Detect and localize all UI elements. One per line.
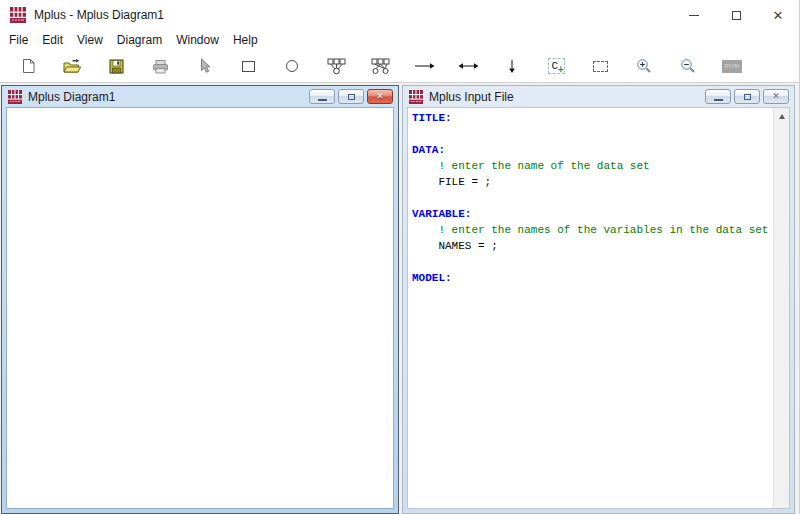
input-file-window-title: Mplus Input File [429, 90, 702, 104]
dashed-rect-shape [593, 61, 608, 72]
chevron-up-icon [779, 114, 785, 119]
restore-icon [348, 94, 355, 100]
main-titlebar: Mplus - Mplus Diagram1 ✕ [0, 0, 799, 30]
diagram-window: Mplus Diagram1 ✕ [1, 85, 399, 514]
vertical-scrollbar[interactable] [773, 108, 789, 508]
restore-icon [744, 94, 751, 100]
selection-rect-icon[interactable] [586, 61, 614, 72]
ellipse-tool-icon[interactable] [278, 60, 306, 72]
close-icon: ✕ [772, 92, 780, 101]
save-icon[interactable] [102, 59, 130, 74]
editor-line [412, 254, 769, 270]
window-controls: ✕ [673, 0, 799, 30]
menu-edit[interactable]: Edit [35, 31, 70, 49]
maximize-icon [732, 11, 741, 20]
diagram-canvas[interactable] [6, 107, 394, 509]
new-file-icon[interactable] [14, 58, 42, 74]
input-minimize-button[interactable] [705, 89, 731, 104]
input-restore-button[interactable] [734, 89, 760, 104]
input-file-window: Mplus Input File ✕ TITLE: DATA: ! enter … [402, 85, 795, 514]
diagram-window-title: Mplus Diagram1 [28, 90, 306, 104]
plus-glyph: + [558, 64, 564, 75]
menubar: File Edit View Diagram Window Help [0, 30, 799, 50]
editor-line [412, 126, 769, 142]
menu-help[interactable]: Help [226, 31, 265, 49]
editor-line: DATA: [412, 142, 769, 158]
menu-diagram[interactable]: Diagram [110, 31, 169, 49]
maximize-button[interactable] [715, 0, 757, 30]
input-file-window-controls: ✕ [702, 89, 789, 104]
short-arrow-icon[interactable] [498, 59, 526, 74]
diagram-restore-button[interactable] [338, 89, 364, 104]
two-way-arrow-icon[interactable] [454, 62, 482, 70]
close-button[interactable]: ✕ [757, 0, 799, 30]
input-close-button[interactable]: ✕ [763, 89, 789, 104]
one-way-arrow-icon[interactable] [410, 62, 438, 70]
minimize-icon [714, 99, 723, 101]
mplus-doc-icon [8, 90, 22, 104]
minimize-icon [318, 99, 327, 101]
zoom-out-icon[interactable] [674, 58, 702, 74]
mplus-application-window: Mplus - Mplus Diagram1 ✕ File Edit View … [0, 0, 800, 514]
mplus-app-icon [10, 7, 26, 23]
mdi-client-area: Mplus Diagram1 ✕ Mplus Input File ✕ [0, 83, 799, 514]
rectangle-tool-icon[interactable] [234, 61, 262, 72]
diagram-close-button[interactable]: ✕ [367, 89, 393, 104]
mplus-doc-icon [409, 90, 423, 104]
editor-line: FILE = ; [412, 174, 769, 190]
input-file-body: TITLE: DATA: ! enter the name of the dat… [407, 107, 790, 509]
editor-line: NAMES = ; [412, 238, 769, 254]
run-button: RUN [718, 60, 746, 73]
menu-file[interactable]: File [2, 31, 35, 49]
print-icon [146, 59, 174, 74]
open-file-icon[interactable] [58, 58, 86, 74]
minimize-button[interactable] [673, 0, 715, 30]
editor-line: VARIABLE: [412, 206, 769, 222]
input-file-editor[interactable]: TITLE: DATA: ! enter the name of the dat… [408, 108, 789, 508]
menu-window[interactable]: Window [169, 31, 226, 49]
run-label: RUN [722, 60, 742, 73]
close-icon: ✕ [773, 9, 784, 22]
measurement-model-crossed-icon[interactable] [366, 58, 394, 75]
input-file-window-titlebar[interactable]: Mplus Input File ✕ [407, 86, 790, 107]
editor-line [412, 190, 769, 206]
menu-view[interactable]: View [70, 31, 110, 49]
editor-line: MODEL: [412, 270, 769, 286]
toolbar: C + RUN [0, 50, 799, 83]
diagram-window-controls: ✕ [306, 89, 393, 104]
measurement-model-icon[interactable] [322, 58, 350, 75]
rectangle-shape [242, 61, 255, 72]
covariate-box: C + [548, 58, 565, 74]
editor-line: ! enter the names of the variables in th… [412, 222, 769, 238]
editor-line: TITLE: [412, 110, 769, 126]
zoom-in-icon[interactable] [630, 58, 658, 74]
covariate-add-icon[interactable]: C + [542, 58, 570, 74]
scroll-up-button[interactable] [774, 108, 789, 124]
circle-shape [286, 60, 298, 72]
close-icon: ✕ [376, 92, 384, 101]
diagram-minimize-button[interactable] [309, 89, 335, 104]
editor-line: ! enter the name of the data set [412, 158, 769, 174]
pointer-icon[interactable] [190, 58, 218, 74]
window-title: Mplus - Mplus Diagram1 [34, 8, 164, 22]
minimize-icon [689, 15, 699, 16]
diagram-window-titlebar[interactable]: Mplus Diagram1 ✕ [6, 86, 394, 107]
